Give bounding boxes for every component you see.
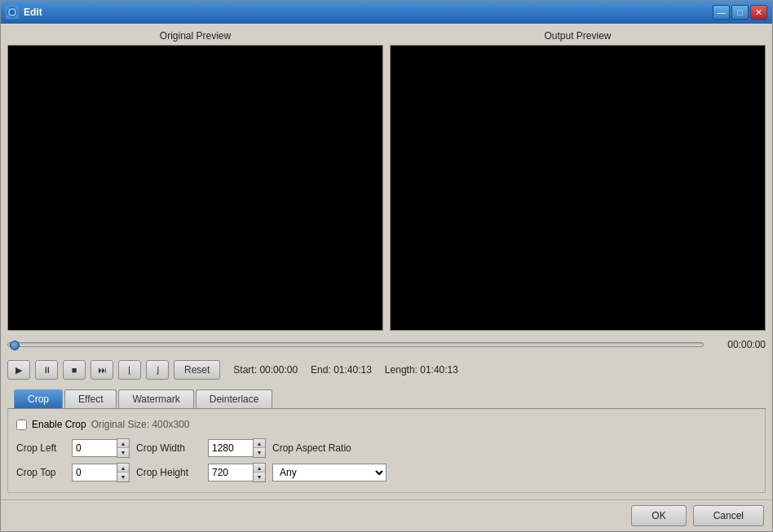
tab-effect[interactable]: Effect — [64, 389, 117, 408]
tab-content-crop: Enable Crop Original Size: 400x300 Crop … — [7, 409, 766, 493]
crop-left-up[interactable]: ▲ — [117, 439, 129, 448]
original-size-label: Original Size: 400x300 — [91, 419, 190, 430]
output-preview-label: Output Preview — [544, 30, 611, 42]
tab-watermark[interactable]: Watermark — [118, 389, 193, 408]
crop-width-up[interactable]: ▲ — [254, 439, 265, 448]
close-button[interactable]: ✕ — [750, 5, 767, 20]
crop-height-input: ▲ ▼ — [208, 463, 266, 482]
crop-left-down[interactable]: ▼ — [117, 448, 129, 457]
ok-button[interactable]: OK — [631, 505, 686, 526]
stop-button[interactable]: ■ — [63, 360, 86, 380]
end-mark-button[interactable]: ⌋ — [146, 360, 169, 380]
app-icon — [6, 6, 19, 19]
crop-top-up[interactable]: ▲ — [117, 464, 129, 473]
crop-fields: Crop Left ▲ ▼ Crop Width ▲ — [16, 438, 757, 482]
enable-crop-checkbox[interactable] — [16, 420, 27, 430]
time-display: 00:00:00 — [709, 339, 766, 350]
length-time: Length: 01:40:13 — [385, 364, 458, 376]
crop-top-field[interactable] — [72, 464, 117, 481]
play-button[interactable]: ▶ — [7, 360, 30, 380]
bottom-bar: OK Cancel — [1, 499, 772, 531]
tab-crop[interactable]: Crop — [14, 389, 63, 408]
end-time: End: 01:40:13 — [311, 364, 372, 376]
tabs-panel: Crop Effect Watermark Deinterlace Enable… — [7, 386, 766, 493]
window-controls: — □ ✕ — [713, 5, 767, 20]
aspect-ratio-select[interactable]: Any 4:3 16:9 16:10 1:1 — [272, 464, 386, 481]
original-preview-label: Original Preview — [160, 30, 231, 42]
original-preview-screen — [7, 45, 383, 331]
reset-button[interactable]: Reset — [174, 360, 220, 380]
crop-height-label: Crop Height — [136, 467, 201, 478]
edit-window: Edit — □ ✕ Original Preview Output Previ… — [0, 0, 773, 532]
crop-top-label: Crop Top — [16, 467, 65, 478]
timeline-track[interactable] — [7, 342, 704, 347]
enable-crop-row: Enable Crop Original Size: 400x300 — [16, 419, 757, 430]
crop-top-spinners: ▲ ▼ — [117, 463, 130, 482]
tabs-row: Crop Effect Watermark Deinterlace — [7, 386, 766, 409]
crop-width-label: Crop Width — [136, 442, 201, 454]
crop-height-down[interactable]: ▼ — [254, 473, 265, 481]
title-bar: Edit — □ ✕ — [1, 1, 772, 24]
crop-width-field[interactable] — [208, 439, 253, 457]
crop-aspect-ratio-label: Crop Aspect Ratio — [272, 442, 354, 454]
timeline-area: 00:00:00 — [7, 336, 766, 354]
crop-left-field[interactable] — [72, 439, 117, 457]
tab-deinterlace[interactable]: Deinterlace — [196, 389, 273, 408]
crop-height-spinners: ▲ ▼ — [253, 463, 266, 482]
crop-top-down[interactable]: ▼ — [117, 473, 129, 481]
output-preview-screen — [390, 45, 766, 331]
crop-left-input: ▲ ▼ — [72, 438, 130, 458]
time-info: Start: 00:00:00 End: 01:40:13 Length: 01… — [233, 364, 458, 376]
crop-top-input: ▲ ▼ — [72, 463, 130, 482]
maximize-button[interactable]: □ — [731, 5, 749, 20]
original-preview-panel: Original Preview — [7, 30, 383, 331]
crop-width-down[interactable]: ▼ — [254, 448, 265, 457]
minimize-button[interactable]: — — [713, 5, 730, 20]
crop-width-spinners: ▲ ▼ — [253, 438, 266, 458]
next-frame-button[interactable]: ⏭ — [91, 360, 113, 380]
start-mark-button[interactable]: ⌊ — [118, 360, 141, 380]
crop-row-2: Crop Top ▲ ▼ Crop Height ▲ — [16, 463, 757, 482]
crop-width-input: ▲ ▼ — [208, 438, 266, 458]
preview-panels: Original Preview Output Preview — [7, 30, 766, 331]
start-time: Start: 00:00:00 — [233, 364, 298, 376]
crop-left-label: Crop Left — [16, 442, 65, 454]
pause-button[interactable]: ⏸ — [35, 360, 58, 380]
cancel-button[interactable]: Cancel — [693, 505, 764, 526]
timeline-thumb[interactable] — [10, 341, 20, 350]
window-title: Edit — [24, 7, 713, 18]
output-preview-panel: Output Preview — [390, 30, 766, 331]
content-area: Original Preview Output Preview 00:00:00… — [1, 24, 772, 499]
controls-area: ▶ ⏸ ■ ⏭ ⌊ ⌋ Reset Start: 00:00:00 End: 0… — [7, 358, 766, 381]
svg-point-1 — [10, 10, 15, 15]
enable-crop-label: Enable Crop — [32, 419, 86, 430]
crop-height-up[interactable]: ▲ — [254, 464, 265, 473]
crop-left-spinners: ▲ ▼ — [117, 438, 130, 458]
crop-row-1: Crop Left ▲ ▼ Crop Width ▲ — [16, 438, 757, 458]
crop-height-field[interactable] — [208, 464, 253, 481]
